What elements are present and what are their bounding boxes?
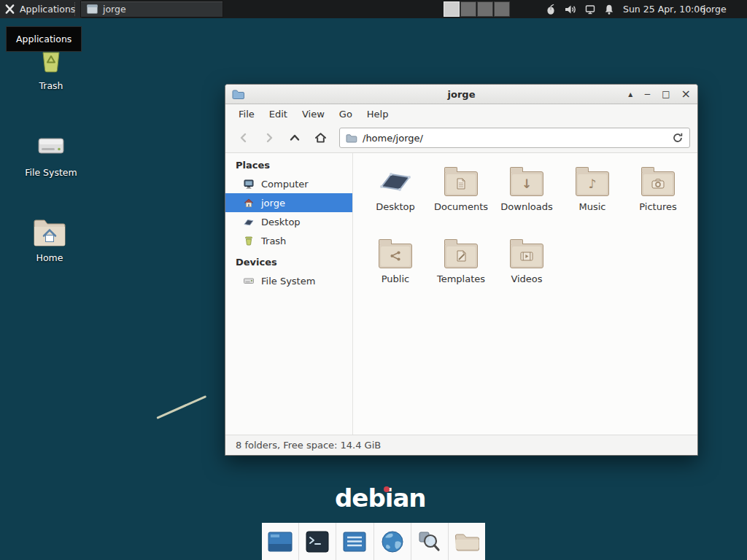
folder-public[interactable]: Public [363, 234, 428, 306]
video-emblem-icon [520, 252, 533, 261]
desktop-icon-label: Trash [39, 80, 63, 91]
drive-icon [243, 275, 255, 287]
workspace-2[interactable] [460, 1, 476, 17]
bell-icon[interactable] [603, 4, 615, 15]
trash-icon [243, 235, 255, 246]
path-input[interactable]: /home/jorge/ [363, 133, 667, 144]
folder-label: Public [382, 273, 409, 284]
dock-panel [262, 523, 485, 560]
home-icon [314, 131, 328, 144]
window-titlebar[interactable]: jorge ▴ − □ × [225, 85, 697, 104]
dock-folder-button[interactable] [448, 523, 485, 560]
dock-web-browser-button[interactable] [374, 523, 411, 560]
sidebar-header-places: Places [225, 153, 352, 174]
workspace-3[interactable] [477, 1, 493, 17]
up-button[interactable] [284, 128, 306, 148]
applications-tooltip: Applications [6, 26, 82, 52]
panel-separator [74, 2, 78, 16]
toolbar: /home/jorge/ [225, 123, 697, 153]
dock-show-desktop-button[interactable] [262, 523, 298, 560]
camera-emblem-icon [651, 179, 665, 189]
desktop-icon-label: Home [36, 252, 63, 263]
sidebar: Places Computer jorge [225, 153, 353, 435]
sidebar-item-computer[interactable]: Computer [225, 174, 352, 193]
menu-view[interactable]: View [295, 106, 332, 122]
taskbar-window-button[interactable]: jorge [80, 1, 223, 18]
maximize-button[interactable]: □ [662, 90, 670, 98]
download-emblem-icon: ↓ [511, 172, 543, 195]
top-panel: Applications jorge [0, 0, 747, 18]
workspace-4[interactable] [494, 1, 510, 17]
folder-videos[interactable]: Videos [494, 234, 560, 306]
volume-icon[interactable] [564, 4, 577, 15]
folder-documents[interactable]: Documents [428, 162, 494, 234]
folder-icon [379, 244, 412, 268]
home-button[interactable] [309, 128, 331, 148]
path-folder-icon [346, 133, 357, 143]
applications-menu-button[interactable]: Applications [0, 0, 82, 18]
reload-icon[interactable] [672, 132, 684, 144]
sidebar-item-desktop[interactable]: Desktop [225, 212, 352, 231]
display-tray-icon[interactable] [584, 4, 596, 15]
folder-label: Pictures [639, 201, 676, 212]
desktop-icon-file-system[interactable]: File System [18, 130, 84, 178]
file-manager-window: jorge ▴ − □ × File Edit View Go Help [225, 84, 698, 456]
menu-help[interactable]: Help [360, 106, 396, 122]
window-controls: ▴ − □ × [628, 88, 691, 100]
sidebar-item-file-system[interactable]: File System [225, 271, 352, 290]
sidebar-item-trash[interactable]: Trash [225, 231, 352, 250]
desktop-icon-label: File System [25, 167, 77, 178]
sidebar-item-label: Computer [261, 179, 309, 190]
home-folder-icon [33, 217, 66, 247]
forward-button[interactable] [258, 128, 280, 148]
desktop-icon-home[interactable]: Home [17, 217, 82, 263]
template-emblem-icon [456, 250, 467, 262]
share-emblem-icon [390, 250, 401, 262]
folder-icon [454, 532, 479, 552]
sidebar-item-label: jorge [261, 198, 285, 209]
folder-label: Videos [511, 273, 542, 284]
workspace-switcher [444, 1, 510, 17]
terminal-icon [306, 531, 329, 553]
folder-icon: ↓ [510, 171, 543, 196]
file-icon-view: Desktop Documents ↓ [354, 153, 697, 435]
back-button[interactable] [233, 128, 255, 148]
menu-file[interactable]: File [231, 106, 262, 122]
folder-pictures[interactable]: Pictures [625, 162, 691, 234]
menu-go[interactable]: Go [332, 106, 360, 122]
debian-red-dot-icon [384, 486, 390, 492]
dock-app-finder-button[interactable] [411, 523, 448, 560]
shade-button[interactable]: ▴ [628, 90, 632, 98]
mouse-tray-icon[interactable] [545, 4, 557, 15]
folder-label: Music [579, 201, 606, 212]
workspace-1[interactable] [444, 1, 460, 17]
applications-menu-label: Applications [20, 4, 75, 15]
panel-user-label[interactable]: jorge [703, 0, 727, 18]
sidebar-header-devices: Devices [225, 250, 352, 271]
sidebar-item-label: Desktop [261, 217, 301, 228]
folder-label: Templates [437, 273, 485, 284]
folder-music[interactable]: ♪ Music [560, 162, 625, 234]
folder-icon [444, 244, 478, 268]
desktop-folder-icon [378, 166, 413, 196]
menu-edit[interactable]: Edit [262, 106, 295, 122]
forward-icon [263, 131, 276, 144]
window-title: jorge [225, 89, 697, 100]
file-manager-icon [343, 532, 366, 552]
dock-file-manager-button[interactable] [336, 523, 373, 560]
dock-terminal-button[interactable] [298, 523, 336, 560]
folder-downloads[interactable]: ↓ Downloads [494, 162, 560, 234]
minimize-button[interactable]: − [643, 90, 651, 98]
taskbar-window-icon [87, 4, 98, 14]
back-icon [237, 131, 250, 144]
folder-label: Desktop [376, 201, 415, 212]
folder-icon: ♪ [576, 171, 609, 196]
drive-icon [35, 130, 67, 162]
folder-templates[interactable]: Templates [428, 234, 494, 306]
clock[interactable]: Sun 25 Apr, 10:06 [623, 0, 705, 18]
sidebar-item-label: File System [261, 276, 315, 287]
sidebar-item-jorge[interactable]: jorge [225, 193, 352, 212]
path-bar[interactable]: /home/jorge/ [339, 128, 690, 148]
close-button[interactable]: × [681, 88, 691, 100]
folder-desktop[interactable]: Desktop [363, 162, 428, 234]
